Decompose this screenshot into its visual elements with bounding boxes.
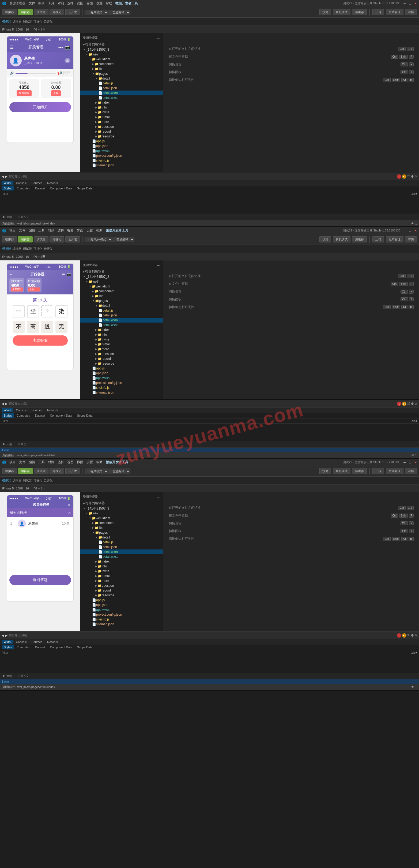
filter-input-3[interactable]	[2, 651, 411, 654]
s2-answer-1[interactable]: 不	[13, 321, 25, 333]
exchange-btn-1[interactable]: 兑换	[51, 90, 61, 96]
menu-item-project[interactable]: 资源管理器	[9, 1, 26, 6]
fe-detail-folder-3[interactable]: ▼📁detail	[80, 535, 163, 540]
debug-arrow-left[interactable]: ◀	[2, 175, 4, 179]
s3-style-tab-scopedata[interactable]: Scope Data	[75, 645, 95, 649]
fe-detail-js-2[interactable]: 📄detail.js	[80, 308, 163, 313]
fe-we7[interactable]: ▼📁we7	[80, 52, 163, 57]
fe-more-icon-2[interactable]: •••	[157, 264, 160, 267]
s2-realtest-btn[interactable]: 真机调试	[333, 236, 351, 243]
s2-debug-arrow-right[interactable]: ▶	[5, 402, 7, 406]
s2-window-minimize[interactable]: ─	[404, 229, 406, 232]
s3-menu-project[interactable]: 项目	[9, 460, 16, 465]
fe-detail-wxss[interactable]: 📄detail.wxss	[80, 95, 163, 100]
fe-info-3[interactable]: ▶📁info	[80, 564, 163, 569]
audio-play-icon[interactable]: 🔊	[10, 71, 14, 75]
fe-pages-2[interactable]: ▼📁pages	[80, 299, 163, 303]
s2-menu-select[interactable]: 选择	[58, 228, 64, 233]
fe-detail-wxml-2[interactable]: 📄detail.wxml	[80, 318, 163, 322]
fe-detail-folder[interactable]: ▼📁detail	[80, 76, 163, 81]
fe-component[interactable]: ▶📁component	[80, 62, 163, 66]
clearcache-btn[interactable]: 清缓存	[352, 9, 367, 15]
fe-detail-json-3[interactable]: 📄detail.json	[80, 545, 163, 550]
debug-btn[interactable]: 调试器	[34, 9, 49, 15]
fe-more-icon-3[interactable]: •••	[157, 495, 160, 499]
fe-jfmall-folder[interactable]: ▶📁jf-mall	[80, 115, 163, 120]
more-icon[interactable]: •••	[58, 45, 63, 50]
s3-sub-editor[interactable]: 编辑器	[12, 478, 22, 483]
s2-energy-btn[interactable]: 免费领取	[11, 287, 23, 291]
s2-camera-icon[interactable]: 📷	[67, 273, 71, 276]
fe-siteinfo-2[interactable]: 📄siteinfo.js	[80, 385, 163, 390]
fe-resource-3[interactable]: ▶📁resource	[80, 593, 163, 598]
fe-root-2[interactable]: ▼_1414481507_3	[80, 274, 163, 279]
cloud-btn[interactable]: 云开发	[65, 9, 80, 15]
debug-arrow-right[interactable]: ▶	[5, 175, 7, 179]
style-tab-componentdata[interactable]: Component Data	[48, 186, 74, 190]
s2-clearcache-btn[interactable]: 清缓存	[352, 236, 367, 243]
fe-invite-folder[interactable]: ▶📁invite	[80, 110, 163, 115]
settings-icon-1[interactable]: ⚙	[411, 175, 414, 179]
s3-style-tab-componentdata[interactable]: Component Data	[48, 645, 74, 649]
fe-root-1[interactable]: ▼ _1414481507_3	[80, 47, 163, 52]
s2-answer-3[interactable]: 道	[41, 321, 53, 333]
s2-answer-2[interactable]: 高	[27, 321, 39, 333]
fe-index-2[interactable]: ▶📁index	[80, 328, 163, 332]
menu-item-file[interactable]: 文件	[29, 1, 35, 6]
upload-btn[interactable]: 上传	[373, 9, 384, 15]
s2-menu-interface[interactable]: 界面	[77, 228, 83, 233]
s3-compile-select[interactable]: 普通编译	[109, 469, 130, 474]
s3-window-close[interactable]: ✕	[414, 461, 417, 464]
s2-menu-file[interactable]: 文件	[19, 228, 26, 233]
fe-more-icon[interactable]: •••	[157, 36, 160, 40]
sub-visual[interactable]: 可视化	[33, 20, 42, 24]
fe-appjson[interactable]: 📄app.json	[80, 144, 163, 148]
s3-settings-icon[interactable]: ⚙	[411, 633, 414, 637]
s3-menu-edit[interactable]: 编辑	[29, 460, 35, 465]
s3-window-minimize[interactable]: ─	[404, 461, 406, 464]
style-tab-dataset[interactable]: Dataset	[33, 186, 47, 190]
menu-item-select[interactable]: 选择	[67, 1, 74, 6]
fe-appjson-2[interactable]: 📄app.json	[80, 371, 163, 376]
s3-sub-debug[interactable]: 调试器	[23, 478, 32, 483]
fe-record-2[interactable]: ▶📁record	[80, 356, 163, 361]
s2-style-tab-computed[interactable]: Computed	[14, 413, 32, 418]
s2-style-tab-styles[interactable]: Styles	[2, 413, 14, 418]
s2-preview-btn[interactable]: 预览	[319, 236, 331, 243]
s2-window-maximize[interactable]: □	[409, 229, 411, 232]
visual-btn[interactable]: 可视化	[50, 9, 64, 15]
s2-sub-debug[interactable]: 调试器	[23, 247, 32, 251]
s3-style-tab-computed[interactable]: Computed	[14, 645, 32, 649]
fe-sitemap-2[interactable]: 📄sitemap.json	[80, 390, 163, 395]
s3-debug-tab-wxml[interactable]: Wxml	[2, 640, 13, 644]
sub-editor[interactable]: 编辑器	[12, 20, 22, 24]
window-close[interactable]: ✕	[414, 2, 417, 5]
fe-projectconfig[interactable]: 📄project.config.json	[80, 153, 163, 158]
s2-sub-cloud[interactable]: 云开发	[44, 247, 53, 251]
s3-realtest-btn[interactable]: 真机调试	[333, 468, 351, 474]
fe-pages-3[interactable]: ▼📁pages	[80, 530, 163, 535]
s3-close-icon[interactable]: ✕	[68, 503, 71, 507]
s2-debug-tab-console[interactable]: Console	[14, 408, 29, 412]
menu-item-nav[interactable]: 对到	[58, 1, 64, 6]
s2-debug-tab-network[interactable]: Network	[45, 408, 60, 412]
filter-input-2[interactable]	[2, 419, 411, 423]
fe-wei-idiom[interactable]: ▼📁wei_idiom	[80, 57, 163, 62]
s2-help-btn[interactable]: 求助好友	[12, 335, 68, 346]
sub-simulator[interactable]: 模拟器	[2, 20, 11, 24]
filter-input-1[interactable]	[2, 192, 411, 195]
s3-menu-select[interactable]: 选择	[58, 460, 64, 465]
s2-mode-select[interactable]: 小程序/外模式	[85, 237, 112, 242]
style-tab-styles[interactable]: Styles	[2, 186, 14, 190]
menu-item-edit[interactable]: 编辑	[38, 1, 45, 6]
fe-question-3[interactable]: ▶📁question	[80, 583, 163, 588]
fe-resource-folder[interactable]: ▶📁resource	[80, 134, 163, 139]
realtest-btn[interactable]: 真机调试	[333, 9, 351, 15]
debug-tab-console[interactable]: Console	[14, 181, 29, 185]
s2-answer-4[interactable]: 无	[56, 321, 67, 333]
sub-debug[interactable]: 调试器	[23, 20, 32, 24]
version-btn[interactable]: 版本管理	[386, 9, 404, 15]
s2-back-icon[interactable]: ←	[9, 272, 13, 277]
s3-menu-interface[interactable]: 界面	[77, 460, 83, 465]
fe-more-2[interactable]: ▶📁more	[80, 347, 163, 351]
